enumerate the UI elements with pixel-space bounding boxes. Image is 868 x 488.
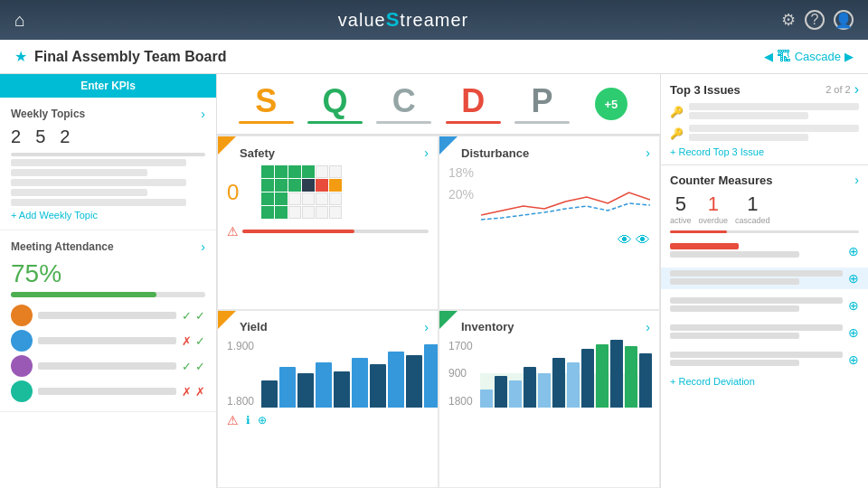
safety-grid — [261, 165, 342, 219]
cascade-label: Cascade — [795, 50, 841, 63]
disturbance-chevron[interactable]: › — [646, 145, 650, 160]
counter-cascaded-num: 1 — [747, 192, 758, 216]
inventory-card: Inventory › 1700 900 1800 — [439, 310, 660, 489]
sqcdp-q[interactable]: Q — [300, 85, 369, 124]
sg-13 — [261, 192, 274, 205]
inv-bars — [480, 340, 652, 408]
counter-nums: 5 active 1 overdue 1 cascaded — [670, 192, 859, 225]
star-icon[interactable]: ★ — [14, 48, 27, 65]
sg-17 — [316, 192, 328, 205]
sqcdp-letter-p: P — [531, 85, 552, 117]
person-name-bar-2 — [38, 337, 176, 344]
yield-chevron[interactable]: › — [424, 320, 429, 334]
weekly-topics-section: Weekly Topics › 2 5 2 + Add Weekly Topic — [0, 98, 216, 230]
avatar-3 — [11, 355, 33, 377]
record-top-issue-link[interactable]: + Record Top 3 Issue — [670, 146, 859, 157]
weekly-num-3: 2 — [60, 127, 70, 147]
globe-icon-3[interactable]: ⊕ — [848, 298, 859, 313]
yield-triangle — [218, 311, 236, 329]
sqcdp-letter-q: Q — [322, 85, 347, 117]
globe-icon-2[interactable]: ⊕ — [848, 271, 859, 286]
sg-15 — [288, 192, 301, 205]
person-list: ✓✓ ✗✓ ✓✓ ✗✗ — [11, 305, 205, 402]
main-content: Enter KPIs Weekly Topics › 2 5 2 + Add W… — [0, 74, 868, 488]
safety-triangle — [218, 136, 236, 155]
enter-kpis-button[interactable]: Enter KPIs — [0, 74, 216, 98]
dist-pct-2: 20% — [448, 187, 474, 202]
sqcdp-plus[interactable]: +5 — [577, 88, 646, 120]
ibar-12 — [639, 353, 652, 408]
inventory-chevron[interactable]: › — [646, 320, 650, 334]
globe-icon-1[interactable]: ⊕ — [848, 244, 859, 258]
center-area: S Q C D P +5 — [217, 74, 660, 488]
yield-title: Yield — [240, 320, 268, 333]
disturbance-triangle — [439, 136, 458, 155]
right-panel: Top 3 Issues 2 of 2 › 🔑 🔑 — [660, 74, 868, 488]
check-icon-2: ✓ — [195, 309, 205, 323]
person-name-bar-4 — [38, 388, 176, 395]
globe-icon-4[interactable]: ⊕ — [848, 325, 859, 340]
inventory-triangle — [439, 311, 458, 329]
counter-item-5: ⊕ — [670, 349, 859, 371]
sg-9 — [288, 179, 301, 192]
sg-1 — [261, 165, 274, 178]
sqcdp-bar-q — [307, 121, 363, 124]
sub-header: ★ Final Assembly Team Board ◀ 🏗 Cascade … — [0, 40, 868, 74]
issues-header: Top 3 Issues 2 of 2 › — [670, 81, 859, 98]
counter-item-2: ⊕ — [661, 267, 868, 289]
disturbance-card: Disturbance › 18% 20% 👁 👁 — [439, 136, 660, 310]
weekly-topics-title: Weekly Topics — [11, 108, 85, 120]
sqcdp-p[interactable]: P — [507, 85, 576, 124]
sqcdp-s[interactable]: S — [231, 85, 300, 124]
user-icon[interactable]: 👤 — [834, 10, 854, 30]
ibar-4 — [524, 367, 536, 408]
sqcdp-bar-d — [446, 121, 501, 124]
add-weekly-topic-link[interactable]: + Add Weekly Topic — [11, 210, 205, 221]
sqcdp-c[interactable]: C — [370, 85, 439, 124]
check-icon-4: ✓ — [182, 360, 192, 373]
counter-item-1: ⊕ — [670, 240, 859, 262]
home-icon[interactable]: ⌂ — [14, 10, 25, 31]
issues-nav-chevron[interactable]: › — [854, 81, 859, 98]
counter-chevron[interactable]: › — [854, 173, 859, 187]
safety-chevron[interactable]: › — [424, 145, 429, 160]
record-deviation-link[interactable]: + Record Deviation — [670, 376, 859, 387]
avatar-4 — [11, 380, 33, 402]
weekly-topics-chevron[interactable]: › — [201, 107, 205, 121]
sg-23 — [316, 206, 328, 219]
disturbance-chart-svg — [481, 165, 650, 229]
globe-icon-5[interactable]: ⊕ — [848, 352, 859, 367]
safety-footer-bar — [242, 230, 429, 233]
attendance-chevron[interactable]: › — [201, 239, 205, 254]
sqcdp-row: S Q C D P +5 — [217, 74, 660, 136]
yield-content: 1.900 1.800 — [227, 340, 429, 408]
ybar-6 — [352, 358, 368, 408]
topics-line-3 — [11, 179, 186, 186]
yield-labels: 1.900 1.800 — [227, 340, 254, 408]
ibar-1 — [480, 389, 493, 408]
sqcdp-d[interactable]: D — [439, 85, 507, 124]
gear-icon[interactable]: ⚙ — [781, 10, 796, 30]
help-icon[interactable]: ? — [805, 10, 825, 30]
meeting-attendance-section: Meeting Attendance › 75% ✓✓ ✗✓ — [0, 230, 216, 412]
safety-title: Safety — [240, 146, 275, 160]
ibar-2 — [495, 376, 507, 408]
inventory-title: Inventory — [461, 320, 514, 333]
top-issues-title: Top 3 Issues — [670, 83, 741, 97]
sqcdp-bar-p — [514, 121, 570, 124]
sg-18 — [329, 192, 342, 205]
yield-footer: ⚠ ℹ ⊕ — [227, 413, 429, 427]
disturbance-title: Disturbance — [461, 146, 529, 160]
sqcdp-letter-d: D — [461, 85, 485, 117]
dist-eyes-icon[interactable]: 👁 👁 — [448, 232, 650, 249]
issue-bar-2 — [689, 125, 859, 143]
sqcdp-letter-s: S — [255, 85, 277, 117]
ibar-3 — [509, 380, 522, 408]
check-icon-3: ✓ — [195, 334, 205, 348]
ybar-5 — [334, 371, 350, 408]
issues-nav: 2 of 2 › — [826, 81, 859, 98]
cascade-button[interactable]: ◀ 🏗 Cascade ▶ — [764, 49, 854, 65]
sqcdp-bar-s — [239, 121, 294, 124]
yield-globe-icon[interactable]: ⊕ — [258, 414, 267, 427]
ybar-3 — [297, 373, 314, 408]
